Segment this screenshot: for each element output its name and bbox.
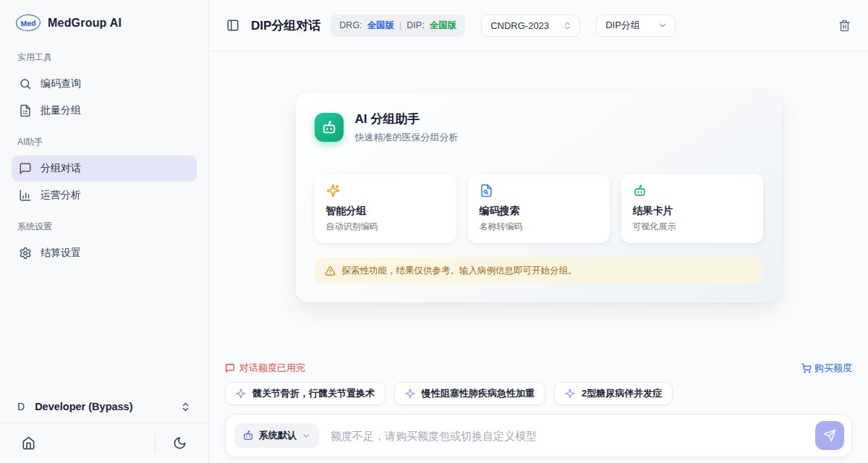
user-name: Developer (Bypass)	[35, 401, 170, 412]
home-button[interactable]	[20, 435, 37, 451]
notice-text: 探索性功能，结果仅供参考。输入病例信息即可开始分组。	[342, 265, 577, 277]
panel-left-icon	[226, 19, 239, 32]
page-title: DIP分组对话	[251, 17, 320, 34]
sidebar-item-batch-grouping[interactable]: 批量分组	[12, 98, 197, 124]
scheme-select[interactable]: CNDRG-2023	[481, 14, 580, 37]
dip-value: 全国版	[430, 20, 457, 32]
welcome-titles: AI 分组助手 快速精准的医保分组分析	[355, 111, 459, 144]
send-icon	[823, 429, 836, 442]
sidebar-item-settlement-settings[interactable]: 结算设置	[12, 240, 197, 266]
chevrons-up-down-icon	[180, 402, 191, 412]
mode-select-value: DIP分组	[605, 19, 640, 32]
feature-card-code-search[interactable]: 编码搜索 名称转编码	[468, 174, 610, 243]
send-button[interactable]	[815, 421, 844, 450]
sidebar-item-label: 批量分组	[41, 104, 81, 117]
welcome-subtitle: 快速精准的医保分组分析	[355, 131, 459, 144]
welcome-title: AI 分组助手	[355, 111, 459, 127]
model-selector[interactable]: 系统默认	[234, 423, 319, 448]
main-panel: DIP分组对话 DRG: 全国版 | DIP: 全国版 CNDRG-2023 D…	[208, 0, 868, 463]
drg-label: DRG:	[339, 20, 362, 30]
robot-icon	[315, 113, 344, 142]
buy-quota-text: 购买额度	[814, 362, 852, 375]
suggestion-chip-hip[interactable]: 髋关节骨折，行髋关节置换术	[225, 382, 386, 405]
app-logo-row: Med MedGroup AI	[0, 0, 208, 34]
feature-subtitle: 自动识别编码	[326, 221, 445, 233]
chevrons-up-down-icon	[563, 21, 572, 30]
drg-value: 全国版	[367, 20, 395, 32]
search-icon	[19, 77, 32, 90]
feature-card-smart-grouping[interactable]: 智能分组 自动识别编码	[315, 174, 456, 243]
home-icon	[22, 436, 35, 450]
robot-icon	[633, 184, 752, 197]
chevron-down-icon	[302, 431, 311, 441]
dark-mode-toggle[interactable]	[171, 435, 188, 451]
feature-cards: 智能分组 自动识别编码 编码搜索 名称转编码 结果卡片 可视化展示	[315, 174, 763, 243]
version-badge: DRG: 全国版 | DIP: 全国版	[331, 14, 465, 37]
sparkles-icon	[405, 388, 415, 399]
sidebar-item-grouping-chat[interactable]: 分组对话	[12, 156, 197, 182]
sparkles-icon	[326, 184, 445, 197]
buy-quota-link[interactable]: 购买额度	[801, 362, 852, 375]
sparkles-icon	[565, 388, 575, 399]
composer: 对话额度已用完 购买额度 髋关节骨折，行髋关节置换术 慢性阻塞性肺疾病急	[209, 362, 868, 463]
chat-icon	[19, 162, 32, 175]
robot-icon	[242, 430, 254, 441]
suggestion-chip-copd[interactable]: 慢性阻塞性肺疾病急性加重	[394, 382, 545, 405]
moon-icon	[173, 436, 187, 450]
sidebar: Med MedGroup AI 实用工具 编码查询 批量分组 AI助手 分组对话	[0, 0, 208, 463]
exploratory-notice: 探索性功能，结果仅供参考。输入病例信息即可开始分组。	[315, 258, 763, 284]
section-label-ai: AI助手	[12, 124, 197, 156]
sidebar-item-code-query[interactable]: 编码查询	[12, 71, 197, 97]
app-title: MedGroup AI	[48, 17, 122, 30]
document-icon	[19, 104, 32, 117]
feature-subtitle: 名称转编码	[480, 221, 598, 233]
section-label-tools: 实用工具	[12, 40, 197, 71]
badge-separator: |	[399, 20, 401, 30]
chat-icon	[225, 363, 235, 373]
warning-triangle-icon	[325, 266, 336, 276]
feature-title: 结果卡片	[633, 205, 752, 218]
welcome-header: AI 分组助手 快速精准的医保分组分析	[315, 111, 763, 144]
med-logo-icon: Med	[15, 14, 41, 32]
feature-card-result-cards[interactable]: 结果卡片 可视化展示	[621, 174, 763, 243]
avatar: D	[17, 401, 25, 412]
sidebar-item-label: 编码查询	[41, 77, 81, 90]
feature-title: 编码搜索	[480, 205, 598, 218]
trash-icon	[838, 20, 851, 32]
welcome-card: AI 分组助手 快速精准的医保分组分析 智能分组 自动识别编码 编码搜索	[296, 93, 782, 302]
quota-row: 对话额度已用完 购买额度	[225, 362, 852, 375]
suggestion-chips: 髋关节骨折，行髋关节置换术 慢性阻塞性肺疾病急性加重 2型糖尿病伴并发症	[225, 382, 852, 405]
scheme-select-value: CNDRG-2023	[490, 20, 549, 31]
message-input-bar: 系统默认	[225, 414, 852, 457]
user-menu[interactable]: D Developer (Bypass)	[0, 394, 208, 422]
cart-icon	[801, 363, 812, 373]
feature-subtitle: 可视化展示	[633, 221, 752, 233]
dip-label: DIP:	[407, 20, 424, 30]
suggestion-chip-label: 2型糖尿病伴并发症	[582, 387, 662, 400]
model-selector-value: 系统默认	[259, 429, 297, 442]
chat-area: AI 分组助手 快速精准的医保分组分析 智能分组 自动识别编码 编码搜索	[209, 51, 868, 362]
gear-icon	[19, 247, 32, 260]
sidebar-item-label: 运营分析	[41, 189, 81, 202]
suggestion-chip-label: 慢性阻塞性肺疾病急性加重	[422, 387, 535, 400]
section-label-settings: 系统设置	[12, 209, 197, 240]
chevron-down-icon	[658, 20, 668, 30]
suggestion-chip-diabetes[interactable]: 2型糖尿病伴并发症	[554, 382, 673, 405]
mode-select[interactable]: DIP分组	[596, 14, 676, 37]
clear-conversation-button[interactable]	[837, 18, 852, 33]
feature-title: 智能分组	[326, 205, 445, 218]
message-input[interactable]	[331, 430, 815, 442]
sidebar-item-label: 分组对话	[41, 162, 81, 175]
sparkles-icon	[236, 388, 246, 399]
sidebar-footer	[0, 422, 208, 463]
sidebar-item-operations-analysis[interactable]: 运营分析	[12, 182, 197, 208]
topbar: DIP分组对话 DRG: 全国版 | DIP: 全国版 CNDRG-2023 D…	[209, 0, 868, 51]
suggestion-chip-label: 髋关节骨折，行髋关节置换术	[252, 387, 375, 400]
bar-chart-icon	[19, 189, 32, 202]
sidebar-item-label: 结算设置	[41, 247, 81, 260]
sidebar-nav: 实用工具 编码查询 批量分组 AI助手 分组对话 运营分析	[0, 34, 208, 394]
quota-warning-text: 对话额度已用完	[239, 362, 305, 375]
file-search-icon	[480, 184, 598, 197]
quota-warning: 对话额度已用完	[225, 362, 305, 375]
sidebar-toggle-button[interactable]	[225, 17, 241, 33]
